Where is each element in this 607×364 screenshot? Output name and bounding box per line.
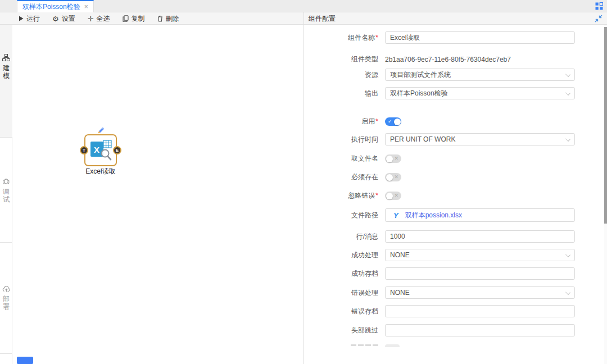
field-error-handle: 错误处理 NONE: [304, 286, 605, 299]
field-label: 忽略错误*: [304, 191, 385, 201]
debug-icon: [2, 177, 10, 185]
node-title: Excel读取: [73, 167, 129, 176]
field-label: 执行时间: [304, 135, 385, 144]
field-output: 输出 双样本Poisson检验: [304, 87, 605, 99]
field-success-handle: 成功处理 NONE: [304, 249, 605, 261]
field-exec-time: 执行时间 PER UNIT OF WORK: [304, 133, 605, 145]
component-type-value: 2b1aa706-9ec7-11e6-80f5-76304dec7eb7: [385, 56, 511, 63]
svg-text:X: X: [94, 145, 99, 154]
run-label: 运行: [26, 14, 40, 24]
cross-icon: ✕: [394, 192, 398, 199]
sidebar-item-modeling[interactable]: 建模: [0, 25, 12, 138]
chevron-down-icon: [565, 290, 570, 295]
error-handle-select[interactable]: NONE: [385, 286, 575, 299]
trash-icon: [157, 15, 163, 22]
vertical-scrollbar[interactable]: [604, 25, 607, 364]
field-label: 取文件名: [304, 154, 385, 163]
tab-title: 双样本Poisson检验: [22, 2, 80, 12]
toggle-knob: [386, 156, 393, 162]
check-icon: ✓: [388, 118, 392, 125]
layout-grid-icon[interactable]: [595, 2, 603, 10]
play-icon: [19, 16, 24, 21]
select-all-button[interactable]: ✛ 全选: [88, 14, 110, 24]
settings-button[interactable]: ⚙ 设置: [52, 14, 75, 24]
required-mark: *: [375, 34, 378, 42]
collapse-panel-icon[interactable]: [595, 15, 603, 22]
field-component-type: 组件类型 2b1aa706-9ec7-11e6-80f5-76304dec7eb…: [304, 54, 605, 64]
resource-select[interactable]: 项目部测试文件系统: [385, 69, 575, 81]
field-label: 启用*: [304, 117, 385, 126]
file-path-field[interactable]: Y 双样本possion.xlsx: [385, 208, 575, 222]
field-component-name: 组件名称*: [304, 31, 605, 44]
deploy-cloud-upload-icon: [2, 285, 11, 292]
workflow-canvas[interactable]: X T E Excel读取: [12, 25, 304, 364]
copy-button[interactable]: 复制: [123, 14, 145, 24]
chevron-down-icon: [565, 136, 570, 142]
select-all-label: 全选: [97, 14, 110, 24]
success-archive-input[interactable]: [385, 267, 575, 280]
ignore-error-toggle[interactable]: ✕: [385, 192, 401, 200]
required-mark: *: [375, 117, 378, 125]
run-button[interactable]: 运行: [19, 14, 40, 24]
cross-icon: ✕: [394, 155, 398, 162]
tab-poisson-test[interactable]: 双样本Poisson检验 ×: [17, 0, 94, 12]
panel-header: 组件配置: [304, 12, 607, 25]
sidebar-item-debug[interactable]: 调试: [0, 138, 12, 243]
field-resource: 资源 项目部测试文件系统: [304, 69, 605, 81]
take-filename-toggle[interactable]: ✕: [385, 154, 401, 163]
field-label: 错误存档: [304, 307, 385, 316]
app-window: 双样本Poisson检验 × 运行 ⚙ 设置 ✛ 全选: [0, 0, 607, 364]
gear-icon: ⚙: [52, 15, 59, 22]
node-port-error[interactable]: E: [113, 146, 121, 154]
field-success-archive: 成功存档: [304, 267, 605, 280]
chevron-down-icon: [565, 252, 570, 257]
success-handle-select[interactable]: NONE: [385, 249, 575, 261]
model-icon: [2, 54, 10, 61]
toggle-knob: [386, 193, 393, 199]
delete-button[interactable]: 删除: [157, 14, 179, 24]
panel-title: 组件配置: [309, 14, 336, 24]
variable-icon: Y: [393, 211, 398, 220]
tab-close-icon[interactable]: ×: [84, 3, 88, 11]
must-exist-toggle[interactable]: ✕: [385, 173, 401, 181]
component-config-panel: 组件名称* 组件类型 2b1aa706-9ec7-11e6-80f5-76304…: [304, 25, 605, 364]
field-rows-per-message: 行/消息: [304, 230, 605, 243]
field-header-skip: 头部跳过: [304, 324, 605, 336]
field-label: 成功存档: [304, 269, 385, 279]
field-enabled: 启用* ✓: [304, 117, 605, 126]
component-name-input[interactable]: [385, 31, 575, 44]
rows-per-message-input[interactable]: [385, 230, 575, 243]
field-label: 组件名称*: [304, 33, 385, 43]
sidebar-label-deploy: 部署: [3, 295, 10, 311]
enabled-toggle[interactable]: ✓: [385, 117, 401, 126]
clipped-row-remnant: [304, 344, 605, 347]
field-label: 错误处理: [304, 288, 385, 298]
delete-label: 删除: [166, 14, 179, 24]
header-skip-input[interactable]: [385, 324, 575, 336]
field-take-filename: 取文件名 ✕: [304, 154, 605, 163]
required-mark: *: [375, 192, 378, 199]
field-label: 组件类型: [304, 54, 385, 64]
vertical-scrollbar-thumb[interactable]: [604, 27, 607, 224]
toolbar-row: 运行 ⚙ 设置 ✛ 全选 复制 删除: [0, 12, 607, 25]
output-select[interactable]: 双样本Poisson检验: [385, 87, 575, 99]
canvas-toolbar: 运行 ⚙ 设置 ✛ 全选 复制 删除: [0, 12, 304, 25]
horizontal-scrollbar-thumb[interactable]: [17, 357, 33, 364]
edit-pencil-icon[interactable]: [96, 126, 105, 135]
exec-time-select[interactable]: PER UNIT OF WORK: [385, 133, 575, 145]
sidebar-item-deploy[interactable]: 部署: [0, 243, 12, 354]
field-error-archive: 错误存档: [304, 305, 605, 317]
field-ignore-error: 忽略错误* ✕: [304, 191, 605, 201]
toggle-knob: [386, 174, 393, 181]
field-label: 文件路径: [304, 211, 385, 220]
node-port-true[interactable]: T: [80, 146, 88, 154]
chevron-down-icon: [565, 90, 570, 95]
tab-bar: 双样本Poisson检验 ×: [0, 0, 607, 12]
field-label: 行/消息: [304, 232, 385, 242]
chevron-down-icon: [565, 72, 570, 77]
file-path-link[interactable]: 双样本possion.xlsx: [405, 211, 462, 220]
field-must-exist: 必须存在 ✕: [304, 172, 605, 182]
sidebar-label-modeling: 建模: [3, 64, 10, 80]
sidebar-label-debug: 调试: [3, 188, 10, 203]
error-archive-input[interactable]: [385, 305, 575, 317]
